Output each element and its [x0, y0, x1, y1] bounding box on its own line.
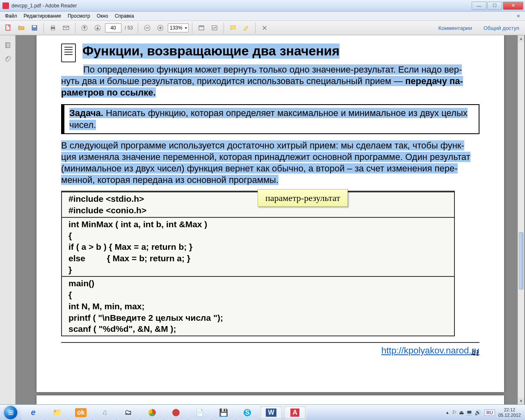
source-link[interactable]: http://kpolyakov.narod.ru — [381, 345, 479, 356]
clock-date: 05.12.2012 — [498, 413, 521, 418]
menu-edit[interactable]: Редактирование — [21, 12, 64, 20]
read-mode-icon[interactable] — [259, 22, 270, 34]
callout-label: параметр-результат — [258, 189, 348, 207]
close-button[interactable]: ✕ — [503, 2, 523, 10]
code-line: } — [68, 264, 447, 276]
text: В следующей программе используется доста… — [61, 140, 464, 151]
print-icon[interactable] — [47, 22, 59, 34]
code-line: int N, M, min, max; — [68, 301, 447, 312]
maximize-button[interactable]: ☐ — [487, 2, 502, 10]
taskbar-save-icon[interactable]: 💾 — [212, 406, 235, 420]
task-box: Задача. Написать функцию, которая опреде… — [61, 104, 479, 134]
footer-link: http://kpolyakov.narod.ru — [61, 345, 479, 356]
scroll-up-icon[interactable]: ▲ — [518, 35, 524, 42]
vertical-scrollbar[interactable]: ▲ ▼ — [518, 35, 524, 404]
usb-icon[interactable]: ⏏ — [459, 409, 464, 415]
separator — [224, 23, 224, 33]
text: По определению функция может вернуть тол… — [83, 64, 462, 75]
thumbnails-icon[interactable] — [2, 39, 14, 52]
page-up-icon[interactable] — [79, 22, 90, 34]
toolbar: / 53 133% Комментарии Общий доступ — [0, 21, 525, 35]
taskbar-notepad-icon[interactable]: 📄 — [188, 406, 211, 420]
zoom-in-icon[interactable] — [155, 22, 166, 34]
menu-window[interactable]: Окно — [94, 12, 112, 20]
task-label: Задача. — [69, 108, 103, 118]
horizontal-rule — [61, 342, 479, 343]
taskbar-folder-icon[interactable]: 📁 — [46, 406, 68, 420]
svg-rect-16 — [212, 26, 217, 30]
separator — [255, 23, 256, 33]
save-icon[interactable] — [29, 22, 40, 34]
taskbar-app-icon[interactable]: ok — [69, 406, 92, 420]
taskbar-skype-icon[interactable]: S — [236, 406, 259, 420]
code-line: { — [68, 230, 447, 242]
taskbar-itunes-icon[interactable]: ♫ — [93, 406, 116, 420]
scroll-thumb[interactable] — [519, 232, 523, 290]
text: ция изменяла значение переменной, котора… — [61, 152, 470, 162]
text-bold: раметров по ссылке. — [61, 87, 156, 98]
flag-icon[interactable]: ⚐ — [452, 409, 457, 415]
taskbar-chrome-icon[interactable] — [141, 406, 164, 420]
attachments-icon[interactable] — [2, 53, 14, 66]
separator — [43, 23, 44, 33]
comments-link[interactable]: Комментарии — [435, 23, 475, 33]
window-title: devcpp_1.pdf - Adobe Reader — [11, 3, 471, 9]
tray-expand-icon[interactable]: ▴ — [446, 410, 449, 415]
highlight-icon[interactable] — [240, 22, 252, 34]
email-icon[interactable] — [60, 22, 72, 34]
start-button[interactable] — [0, 405, 21, 420]
code-line: { — [68, 289, 447, 301]
menu-file[interactable]: Файл — [2, 12, 21, 20]
taskbar-reader-icon[interactable]: A — [283, 406, 306, 420]
menu-view[interactable]: Просмотр — [64, 12, 94, 20]
language-indicator[interactable]: RU — [484, 409, 495, 416]
text-bold: передачу па- — [405, 76, 463, 86]
code-row: main() { int N, M, min, max; printf ( "\… — [62, 276, 454, 336]
document-area[interactable]: Функции, возвращающие два значения По оп… — [16, 35, 525, 404]
window-controls: — ☐ ✕ — [471, 2, 523, 10]
tools-icon[interactable] — [196, 22, 207, 34]
separator — [192, 23, 192, 33]
taskbar-ie-icon[interactable]: e — [22, 406, 45, 420]
volume-icon[interactable]: 🔊 — [475, 409, 481, 415]
taskbar: e 📁 ok ♫ 🗂 📄 💾 S W A ▴ ⚐ ⏏ 💻 🔊 RU 22:12 … — [0, 404, 525, 420]
scroll-down-icon[interactable]: ▼ — [518, 398, 524, 404]
page-number-input[interactable] — [105, 23, 121, 32]
app-icon — [2, 2, 9, 9]
code-block: параметр-результат #include <stdio.h> #i… — [61, 191, 455, 336]
taskbar-opera-icon[interactable] — [164, 406, 187, 420]
code-line: else { Max = b; return a; } — [68, 253, 447, 264]
separator — [75, 23, 75, 33]
zoom-select[interactable]: 133% — [168, 23, 189, 32]
network-icon[interactable]: 💻 — [466, 409, 472, 415]
titlebar: devcpp_1.pdf - Adobe Reader — ☐ ✕ — [0, 0, 525, 11]
page-down-icon[interactable] — [92, 22, 103, 34]
close-document-button[interactable]: × — [514, 13, 523, 19]
page-number-label: 41 — [471, 348, 479, 358]
clock-time: 22:12 — [498, 407, 521, 412]
svg-rect-0 — [6, 25, 10, 31]
paragraph-1: По определению функция может вернуть тол… — [61, 64, 479, 98]
open-icon[interactable] — [16, 22, 27, 34]
clock[interactable]: 22:12 05.12.2012 — [498, 407, 521, 417]
taskbar-explorer-icon[interactable]: 🗂 — [117, 406, 140, 420]
sign-icon[interactable] — [209, 22, 220, 34]
zoom-value: 133% — [170, 25, 183, 31]
text: менной, которая передана из основной про… — [61, 175, 278, 185]
document-icon — [61, 43, 76, 62]
minimize-button[interactable]: — — [472, 2, 486, 10]
toolbar-right: Комментарии Общий доступ — [435, 23, 523, 33]
svg-rect-4 — [51, 25, 55, 27]
code-line: printf ( "\nВведите 2 целых числа "); — [68, 312, 447, 324]
sidepanel — [0, 35, 16, 404]
text: (минимальное из двух чисел) функция верн… — [61, 163, 458, 173]
export-pdf-icon[interactable] — [2, 22, 14, 34]
comment-icon[interactable] — [227, 22, 239, 34]
text: чисел. — [69, 120, 96, 130]
share-link[interactable]: Общий доступ — [480, 23, 523, 33]
taskbar-word-icon[interactable]: W — [260, 406, 283, 420]
zoom-out-icon[interactable] — [142, 22, 153, 34]
menu-help[interactable]: Справка — [112, 12, 137, 20]
paragraph-2: В следующей программе используется доста… — [61, 140, 479, 186]
code-line: if ( a > b ) { Max = a; return b; } — [68, 241, 447, 253]
